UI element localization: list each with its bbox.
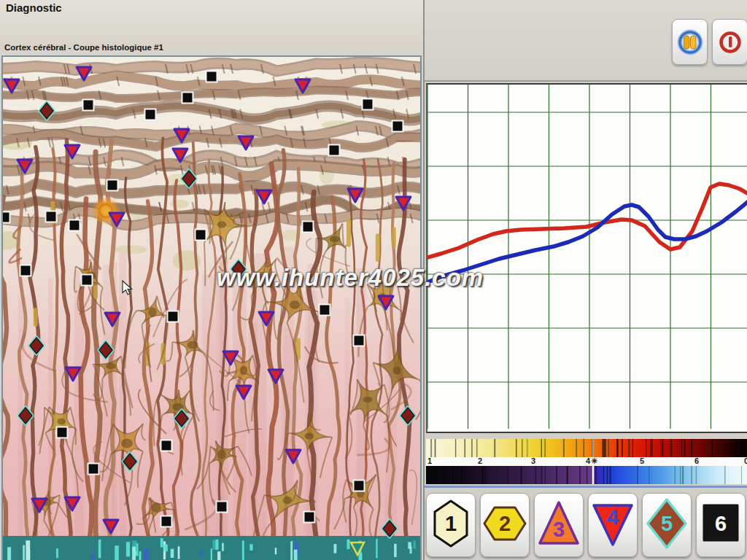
spectrum-scale: 1234560✳ [426, 457, 747, 466]
power-button[interactable] [712, 19, 747, 65]
marker-type-label: 6 [697, 512, 745, 536]
histology-art [3, 57, 420, 560]
marker-square [353, 335, 365, 347]
marker-square [392, 120, 404, 133]
diagnostic-panel: Diagnostic Cortex cérébral - Coupe histo… [0, 0, 423, 560]
marker-square [3, 211, 11, 224]
chart-canvas [427, 85, 747, 429]
marker-square [195, 229, 207, 241]
marker-square [353, 480, 365, 492]
scale-label: 1 [427, 456, 432, 465]
histology-image[interactable] [1, 55, 422, 560]
scale-label: 2 [478, 456, 482, 465]
marker-type-button-5[interactable]: 5 [642, 493, 692, 557]
hemispheres-button[interactable] [672, 19, 708, 65]
histology-caption: Cortex cérébral - Coupe histologique #1 [4, 43, 163, 52]
marker-type-button-2[interactable]: 2 [480, 493, 530, 557]
marker-square [69, 219, 81, 232]
marker-type-button-4[interactable]: 4 [588, 493, 638, 557]
spectrum-bar-warm [426, 439, 747, 457]
marker-square [88, 463, 100, 475]
scale-label: 0 [744, 456, 747, 465]
marker-square [56, 427, 69, 439]
marker-square [81, 274, 93, 287]
marker-type-label: 1 [427, 512, 475, 536]
page-title: Diagnostic [6, 1, 62, 14]
marker-type-label: 3 [535, 518, 583, 542]
marker-square [302, 221, 314, 233]
power-icon [717, 29, 743, 55]
marker-square [160, 440, 173, 452]
marker-square [20, 265, 32, 277]
divider [425, 486, 747, 488]
scale-label: 5 [640, 456, 644, 465]
marker-type-label: 2 [481, 512, 529, 536]
marker-square [319, 304, 331, 316]
marker-square [167, 311, 179, 323]
analysis-panel: 1234560✳ 123456 [423, 0, 747, 560]
marker-square [328, 144, 341, 157]
marker-type-button-6[interactable]: 6 [696, 493, 746, 557]
marker-type-button-1[interactable]: 1 [426, 493, 476, 557]
marker-square [144, 109, 157, 121]
marker-square [362, 98, 374, 111]
marker-type-buttons: 123456 [426, 491, 747, 560]
marker-square [160, 516, 173, 528]
toolbar [425, 0, 747, 82]
marker-square [107, 179, 119, 192]
scale-label: 3 [531, 456, 535, 465]
scale-label: 6 [694, 456, 699, 465]
scale-label: 4 [586, 456, 590, 465]
marker-square [45, 211, 58, 223]
marker-square [216, 501, 228, 513]
analysis-chart [426, 83, 747, 433]
spectrum-bar-cool [426, 466, 747, 484]
marker-square [82, 99, 95, 112]
marker-type-label: 4 [589, 505, 637, 529]
scale-marker-icon: ✳ [591, 456, 597, 466]
marker-type-label: 5 [643, 512, 691, 536]
marker-square [182, 92, 194, 104]
marker-square [206, 71, 218, 83]
marker-type-button-3[interactable]: 3 [534, 493, 584, 557]
brain-hemispheres-icon [677, 29, 703, 55]
marker-square [303, 511, 316, 524]
